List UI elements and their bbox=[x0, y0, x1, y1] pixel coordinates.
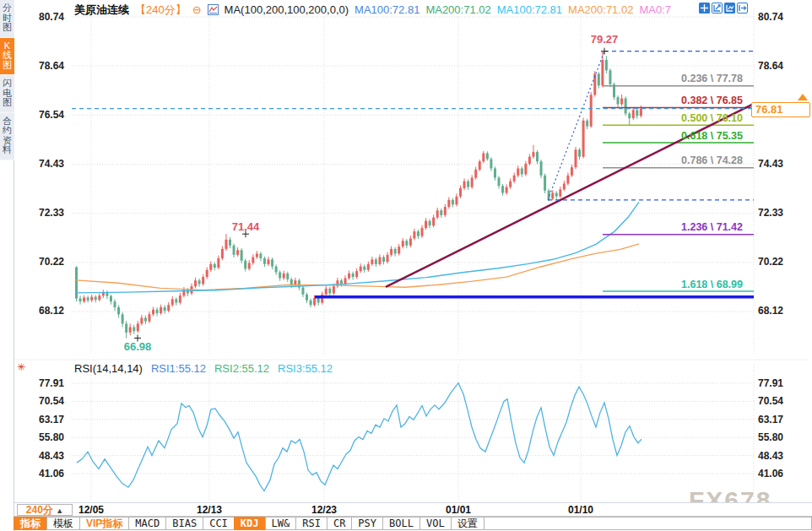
date-tick: 12/23 bbox=[303, 504, 345, 516]
price-tick: 74.43 bbox=[14, 158, 64, 170]
price-tick: 68.12 bbox=[14, 305, 64, 317]
rsi-formula: RSI(14,14,14) bbox=[74, 362, 143, 375]
axis-scale-icon[interactable] bbox=[724, 3, 735, 14]
price-tick: 70.22 bbox=[758, 256, 809, 268]
swing-low-label: 66.98 bbox=[124, 340, 152, 353]
rsi-tick: 48.43 bbox=[14, 450, 64, 462]
indicator-rsi[interactable]: RSI bbox=[295, 517, 328, 530]
price-tick: 78.64 bbox=[758, 60, 809, 72]
period-label: 【240分】 bbox=[135, 3, 187, 18]
ma200-value-1: MA200:71.02 bbox=[425, 3, 490, 16]
indicator-cci[interactable]: CCI bbox=[203, 517, 235, 530]
indicator-psy[interactable]: PSY bbox=[351, 517, 383, 530]
swing-high-label: 79.27 bbox=[591, 33, 619, 46]
date-tick: 01/01 bbox=[437, 504, 479, 516]
fib-level-0382: 0.382 \ 76.85 bbox=[681, 95, 743, 106]
toolbar-empty-area bbox=[484, 517, 812, 530]
ma200-value-2: MA200:71.02 bbox=[568, 3, 633, 16]
fib-level-1618: 1.618 \ 68.99 bbox=[681, 279, 743, 290]
tab-indicators[interactable]: 指标 bbox=[14, 517, 47, 530]
mini-chart-icon[interactable] bbox=[208, 4, 219, 15]
current-price-badge: 76.81 bbox=[751, 102, 810, 117]
rsi-tick: 63.17 bbox=[14, 414, 64, 425]
rsi-tick: 48.43 bbox=[758, 450, 809, 462]
collapse-right-icon[interactable] bbox=[737, 3, 748, 14]
rsi3-value: RSI3:55.12 bbox=[278, 362, 333, 375]
sidebar-item-contract-info[interactable]: 合约资料 bbox=[0, 113, 14, 160]
sidebar-item-lightning-chart[interactable]: 闪电图 bbox=[0, 75, 14, 113]
rsi-tick: 55.80 bbox=[758, 431, 809, 443]
period-selector[interactable]: 240分 ▲ bbox=[17, 504, 73, 516]
ma100-line bbox=[76, 202, 639, 293]
price-tick: 72.33 bbox=[14, 207, 64, 219]
rsi-tick: 77.91 bbox=[14, 377, 64, 389]
ma100-value-2: MA100:72.81 bbox=[497, 3, 562, 16]
ma0-value: MA0:7 bbox=[639, 3, 671, 16]
rsi-tick: 41.06 bbox=[14, 468, 64, 480]
chart-legend: 美原油连续 【240分】 ⊖ MA(100,200,100,200,0,0) M… bbox=[74, 3, 671, 17]
fib-level-0786: 0.786 \ 74.28 bbox=[681, 154, 743, 166]
rsi1-value: RSI1:55.12 bbox=[151, 362, 206, 375]
indicator-macd[interactable]: MACD bbox=[128, 517, 166, 530]
ma-formula: MA(100,200,100,200,0,0) bbox=[225, 3, 349, 16]
local-high-label: 71.44 bbox=[232, 220, 260, 233]
price-tick: 80.74 bbox=[758, 11, 809, 23]
chevron-up-icon: ▲ bbox=[56, 507, 63, 515]
tab-vip-indicators[interactable]: VIP指标 bbox=[79, 517, 129, 530]
candlestick-series bbox=[75, 51, 642, 339]
rsi-legend: RSI(14,14,14) RSI1:55.12 RSI2:55.12 RSI3… bbox=[74, 362, 333, 375]
indicator-settings-icon[interactable]: ✳ bbox=[17, 361, 25, 373]
sidebar-item-kline-chart[interactable]: K线图 bbox=[0, 38, 14, 76]
indicator-lw[interactable]: LW& bbox=[265, 517, 297, 530]
date-tick: 01/10 bbox=[560, 504, 602, 516]
rsi-tick: 70.54 bbox=[758, 395, 809, 407]
fib-level-0236: 0.236 \ 77.78 bbox=[681, 73, 743, 84]
fib-level-1236: 1.236 \ 71.42 bbox=[681, 221, 743, 233]
rsi-line bbox=[77, 383, 641, 491]
price-tick: 76.54 bbox=[14, 109, 64, 121]
collapse-legend-icon[interactable]: ⊖ bbox=[192, 3, 202, 16]
trading-app-window: 分时图 K线图 闪电图 合约资料 美原油连续 【240分】 ⊖ MA(100,2… bbox=[0, 0, 812, 531]
rsi-tick: 41.06 bbox=[758, 468, 809, 480]
pan-move-icon[interactable] bbox=[699, 3, 710, 14]
price-tick: 70.22 bbox=[14, 256, 64, 268]
settings-button[interactable]: 设置 bbox=[451, 517, 484, 530]
fib-level-0500: 0.500 \ 76.10 bbox=[681, 112, 743, 124]
sidebar-item-timeline-chart[interactable]: 分时图 bbox=[0, 0, 14, 38]
indicator-vol[interactable]: VOL bbox=[420, 517, 452, 530]
ma100-value-1: MA100:72.81 bbox=[355, 3, 420, 16]
indicator-toolbar: 指标 模板 VIP指标 MACD BIAS CCI KDJ LW& RSI CR… bbox=[14, 516, 812, 530]
rsi-tick: 70.54 bbox=[14, 395, 64, 407]
date-tick: 12/13 bbox=[188, 504, 230, 516]
sidebar: 分时图 K线图 闪电图 合约资料 bbox=[0, 0, 14, 531]
price-tick: 74.43 bbox=[758, 158, 809, 170]
price-tick: 68.12 bbox=[758, 305, 809, 317]
rsi2-value: RSI2:55.12 bbox=[214, 362, 269, 375]
price-up-arrow-icon bbox=[798, 94, 808, 100]
date-tick: 12/05 bbox=[70, 504, 112, 516]
indicator-boll[interactable]: BOLL bbox=[382, 517, 420, 530]
rsi-tick: 63.17 bbox=[758, 414, 809, 425]
period-selector-label: 240分 bbox=[26, 504, 53, 516]
indicator-cr[interactable]: CR bbox=[327, 517, 352, 530]
price-tick: 80.74 bbox=[14, 11, 64, 23]
tab-templates[interactable]: 模板 bbox=[46, 517, 80, 530]
price-tick: 78.64 bbox=[14, 60, 64, 72]
fib-diagonal-dotted bbox=[548, 51, 604, 200]
date-axis: 240分 ▲ 12/05 12/13 12/23 01/01 01/10 bbox=[14, 502, 812, 516]
rsi-tick: 55.80 bbox=[14, 431, 64, 443]
indicator-bias[interactable]: BIAS bbox=[165, 517, 203, 530]
zoom-range-icon[interactable] bbox=[712, 3, 723, 14]
price-tick: 72.33 bbox=[758, 207, 809, 219]
rsi-tick: 77.91 bbox=[758, 377, 809, 389]
symbol-name: 美原油连续 bbox=[74, 3, 129, 18]
chart-tool-buttons bbox=[699, 3, 748, 14]
indicator-kdj[interactable]: KDJ bbox=[234, 517, 266, 530]
fib-level-0618: 0.618 \ 75.35 bbox=[681, 130, 743, 142]
